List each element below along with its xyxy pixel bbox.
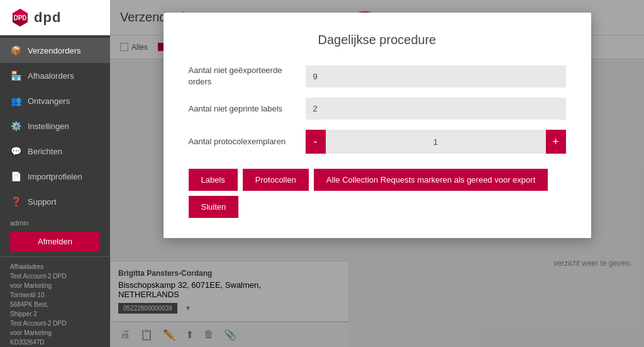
sidebar-item-importprofielen-label: Importprofielen <box>28 172 82 181</box>
instellingen-icon: ⚙️ <box>10 120 21 132</box>
importprofielen-icon: 📄 <box>10 171 21 182</box>
address-line-7: voor Marketing <box>10 328 100 338</box>
collection-requests-button[interactable]: Alle Collection Requests markeren als ge… <box>314 169 548 191</box>
address-header: Afhaaladres <box>10 262 100 271</box>
stepper: - + <box>306 130 566 154</box>
dialog-title: Dagelijkse procedure <box>189 33 566 47</box>
dagelijkse-procedure-dialog: Dagelijkse procedure Aantal niet geëxpor… <box>164 13 591 238</box>
sidebar-item-ontvangers-label: Ontvangers <box>28 96 70 106</box>
sidebar-item-afhaalorders-label: Afhaalorders <box>28 71 74 81</box>
sidebar-item-ontvangers[interactable]: 👥 Ontvangers <box>0 88 110 113</box>
address-line-1: Test Account-2 DPD <box>10 271 100 281</box>
svg-text:DPD: DPD <box>13 14 26 21</box>
niet-geprinte-input <box>306 98 566 120</box>
admin-label: admin <box>0 214 110 229</box>
form-row-niet-geprinte: Aantal niet geprinte labels <box>189 98 566 120</box>
niet-geprinte-label: Aantal niet geprinte labels <box>189 103 296 115</box>
close-button-row: Sluiten <box>189 196 566 218</box>
dpd-logo: DPD dpd <box>10 8 61 28</box>
address-line-6: Test Account-2 DPD <box>10 319 100 328</box>
dpd-brand-text: dpd <box>34 9 61 26</box>
sidebar-navigation: 📦 Verzendorders 🏪 Afhaalorders 👥 Ontvang… <box>0 35 110 214</box>
niet-geexporteerde-label: Aantal niet geëxporteerde orders <box>189 65 296 88</box>
form-row-protocolexemplaren: Aantal protocolexemplaren - + <box>189 130 566 154</box>
sluiten-button[interactable]: Sluiten <box>189 196 239 218</box>
dialog-button-row: Labels Protocollen Alle Collection Reque… <box>189 169 566 191</box>
sidebar-item-importprofielen[interactable]: 📄 Importprofielen <box>0 164 110 189</box>
stepper-input[interactable] <box>326 130 546 154</box>
sidebar-address: Afhaaladres Test Account-2 DPD voor Mark… <box>0 256 110 347</box>
sidebar-item-instellingen-label: Instellingen <box>28 122 69 131</box>
protocollen-button[interactable]: Protocollen <box>243 169 309 191</box>
address-line-5: Shipper 2 <box>10 309 100 319</box>
address-line-4: 5684PK Best, <box>10 300 100 309</box>
niet-geexporteerde-input <box>306 65 566 88</box>
sidebar-item-verzendorders[interactable]: 📦 Verzendorders <box>0 38 110 63</box>
sidebar-item-instellingen[interactable]: ⚙️ Instellingen <box>0 113 110 139</box>
ontvangers-icon: 👥 <box>10 95 21 106</box>
sidebar-item-verzendorders-label: Verzendorders <box>28 46 81 55</box>
sidebar-item-support[interactable]: ❓ Support <box>0 189 110 214</box>
protocolexemplaren-label: Aantal protocolexemplaren <box>189 136 296 147</box>
dialog-overlay: Dagelijkse procedure Aantal niet geëxpor… <box>110 0 644 347</box>
sidebar-item-support-label: Support <box>28 197 57 207</box>
address-line-3: Tormentil 10 <box>10 290 100 300</box>
sidebar-logo: DPD dpd <box>0 0 110 35</box>
dpd-cube-icon: DPD <box>10 8 30 28</box>
sidebar-item-berichten[interactable]: 💬 Berichten <box>0 139 110 164</box>
berichten-icon: 💬 <box>10 145 21 157</box>
stepper-minus-button[interactable]: - <box>306 130 326 154</box>
address-line-2: voor Marketing <box>10 281 100 290</box>
stepper-plus-button[interactable]: + <box>546 130 566 154</box>
sidebar-item-berichten-label: Berichten <box>28 147 62 156</box>
verzendorders-icon: 📦 <box>10 45 21 56</box>
sidebar: DPD dpd 📦 Verzendorders 🏪 Afhaalorders 👥… <box>0 0 110 347</box>
support-icon: ❓ <box>10 196 21 207</box>
form-row-niet-geexporteerde: Aantal niet geëxporteerde orders <box>189 65 566 88</box>
address-line-8: KD332647D <box>10 338 100 347</box>
main-content: Verzendorders ☰ # ⌨ ⬇ ⬆ 🖨 📅 Alles In Afg… <box>110 0 644 347</box>
sidebar-item-afhaalorders[interactable]: 🏪 Afhaalorders <box>0 63 110 88</box>
labels-button[interactable]: Labels <box>189 169 238 191</box>
afhaalorders-icon: 🏪 <box>10 70 21 81</box>
logout-button[interactable]: Afmelden <box>10 232 100 251</box>
